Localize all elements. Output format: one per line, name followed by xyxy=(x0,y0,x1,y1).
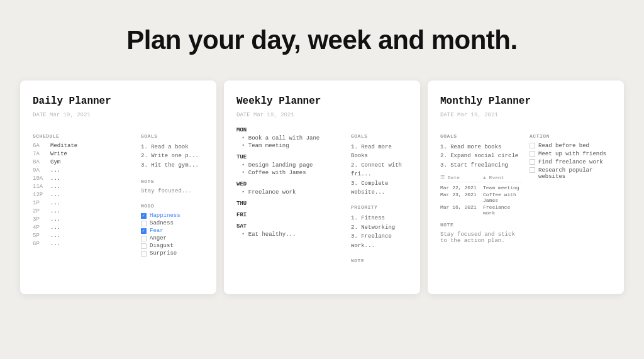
goals-label-monthly: GOALS xyxy=(440,133,522,139)
schedule-task: ... xyxy=(50,192,60,198)
table-cell-date: Mar 22, 2021 xyxy=(440,185,478,191)
schedule-time: 9A xyxy=(33,167,45,174)
schedule-task: Write xyxy=(50,151,67,157)
table-cell-date: Mar 23, 2021 xyxy=(440,192,478,203)
table-cell-event: Freelance work xyxy=(483,204,522,216)
schedule-time: 6P xyxy=(33,241,45,247)
note-label-monthly: NOTE xyxy=(440,222,522,228)
week-day-section: MONBook a call with JaneTeam meeting xyxy=(236,127,343,149)
weekly-goals-list: 1. Read more Books2. Connect with fri...… xyxy=(351,143,408,197)
table-event-col: ▲ Event xyxy=(483,175,522,180)
table-cell-date: Mar 16, 2021 xyxy=(440,204,478,216)
schedule-time: 6A xyxy=(33,143,45,149)
schedule-time: 4P xyxy=(33,224,45,231)
week-day-label: MON xyxy=(236,127,343,133)
schedule-row: 1P... xyxy=(33,200,133,206)
events-table: ☰ Date ▲ Event Mar 22, 2021Team meetingM… xyxy=(440,175,522,216)
week-day-label: TUE xyxy=(236,154,343,160)
schedule-task: ... xyxy=(50,167,60,174)
mood-label-text: Surprise xyxy=(150,250,177,257)
schedule-row: 4P... xyxy=(33,224,133,231)
goal-item: 1. Read a book xyxy=(141,143,204,152)
monthly-goal-item: 2. Expand social circle xyxy=(440,152,522,160)
week-event: Coffee with James xyxy=(236,170,343,176)
schedule-task: ... xyxy=(50,184,60,190)
week-event: Eat healthy... xyxy=(236,231,343,238)
schedule-time: 2P xyxy=(33,208,45,214)
weekly-priority-list: 1. Fitness2. Networking3. Freelance work… xyxy=(351,214,408,250)
table-date-col: ☰ Date xyxy=(440,175,478,180)
table-row: Mar 16, 2021Freelance work xyxy=(440,204,522,216)
week-event: Team meeting xyxy=(236,143,343,149)
schedule-task: ... xyxy=(50,200,60,206)
schedule-row: 10A... xyxy=(33,175,133,182)
monthly-planner-card: Monthly Planner DATE Mar 19, 2021 GOALS … xyxy=(428,80,624,294)
schedule-task: ... xyxy=(50,216,60,223)
action-item: Find freelance work xyxy=(530,159,611,165)
action-label-text: Read before bed xyxy=(538,143,589,149)
schedule-task: ... xyxy=(50,241,60,247)
schedule-row: 7AWrite xyxy=(33,151,133,157)
schedule-task: Meditate xyxy=(50,143,77,149)
mood-item: Disgust xyxy=(141,243,204,249)
action-item: Meet up with friends xyxy=(530,151,611,157)
schedule-task: ... xyxy=(50,175,60,182)
mood-item: Sadness xyxy=(141,220,204,226)
schedule-time: 1P xyxy=(33,200,45,206)
schedule-row: 9A... xyxy=(33,167,133,174)
schedule-row: 6AMeditate xyxy=(33,143,133,149)
mood-checkbox xyxy=(141,228,147,234)
table-cell-event: Team meeting xyxy=(483,185,522,191)
schedule-task: Gym xyxy=(50,159,60,165)
week-event: Freelance work xyxy=(236,189,343,196)
week-day-label: SAT xyxy=(236,223,343,229)
action-item: Read before bed xyxy=(530,143,611,149)
monthly-date: DATE Mar 19, 2021 xyxy=(440,112,611,118)
goals-label-weekly: GOALS xyxy=(351,133,408,139)
goals-label-daily: GOALS xyxy=(141,133,204,139)
cards-container: Daily Planner DATE Mar 19, 2021 SCHEDULE… xyxy=(20,80,624,294)
weekly-planner-card: Weekly Planner DATE Mar 19, 2021 MONBook… xyxy=(224,80,420,294)
mood-item: Surprise xyxy=(141,250,204,257)
table-row: Mar 23, 2021Coffee with James xyxy=(440,192,522,203)
schedule-row: 5P... xyxy=(33,233,133,239)
daily-goals-list: 1. Read a book2. Write one p...3. Hit th… xyxy=(141,143,204,170)
week-day-section: THU xyxy=(236,201,343,207)
schedule-row: 8AGym xyxy=(33,159,133,165)
action-label-text: Find freelance work xyxy=(538,159,603,165)
mood-label: MOOD xyxy=(141,203,204,209)
mood-checkbox xyxy=(141,243,147,249)
monthly-goals-list: 1. Read more books2. Expand social circl… xyxy=(440,143,522,170)
mood-item: Happiness xyxy=(141,213,204,219)
priority-item: 1. Fitness xyxy=(351,214,408,223)
weekly-goal-item: 2. Connect with fri... xyxy=(351,161,408,179)
action-label: ACTION xyxy=(530,133,611,139)
schedule-row: 3P... xyxy=(33,216,133,223)
weekly-goal-item: 3. Complete website... xyxy=(351,179,408,197)
note-label-weekly: NOTE xyxy=(351,258,408,263)
weekly-days-list: MONBook a call with JaneTeam meetingTUED… xyxy=(236,127,343,238)
table-cell-event: Coffee with James xyxy=(483,192,522,203)
priority-item: 2. Networking xyxy=(351,223,408,232)
mood-label-text: Fear xyxy=(150,228,164,234)
action-label-text: Meet up with friends xyxy=(538,151,606,157)
monthly-goal-item: 1. Read more books xyxy=(440,143,522,152)
table-row: Mar 22, 2021Team meeting xyxy=(440,185,522,191)
schedule-row: 2P... xyxy=(33,208,133,214)
week-day-label: FRI xyxy=(236,212,343,218)
week-day-section: WEDFreelance work xyxy=(236,181,343,196)
daily-planner-card: Daily Planner DATE Mar 19, 2021 SCHEDULE… xyxy=(20,80,216,294)
daily-date: DATE Mar 19, 2021 xyxy=(33,112,204,118)
weekly-date: DATE Mar 19, 2021 xyxy=(236,112,408,118)
schedule-label: SCHEDULE xyxy=(33,133,133,139)
goal-item: 2. Write one p... xyxy=(141,152,204,160)
week-day-section: FRI xyxy=(236,212,343,218)
page-title: Plan your day, week and month. xyxy=(126,25,517,55)
action-checkbox xyxy=(530,167,535,173)
schedule-row: 12P... xyxy=(33,192,133,198)
week-day-label: THU xyxy=(236,201,343,207)
mood-list: HappinessSadnessFearAngerDisgustSurprise xyxy=(141,213,204,257)
goal-item: 3. Hit the gym... xyxy=(141,161,204,170)
schedule-task: ... xyxy=(50,208,60,214)
schedule-time: 8A xyxy=(33,159,45,165)
